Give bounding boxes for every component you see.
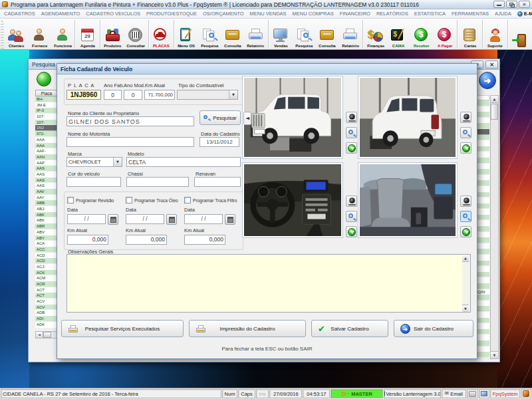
side-grid-row[interactable]: [477, 106, 489, 112]
model-input[interactable]: [126, 157, 241, 167]
side-grid-row[interactable]: [477, 340, 489, 346]
placa-row[interactable]: AAN: [35, 154, 58, 160]
side-grid-row[interactable]: [477, 283, 489, 289]
side-grid-row[interactable]: [477, 180, 489, 186]
load-icon-button[interactable]: [460, 142, 471, 154]
placa-row[interactable]: AAV: [35, 189, 58, 195]
placa-row[interactable]: ADK: [35, 322, 58, 328]
side-grid-row[interactable]: [477, 261, 489, 267]
side-grid-row[interactable]: [477, 346, 489, 352]
ano-fab-input[interactable]: [104, 90, 122, 100]
placa-row[interactable]: IP-0: [35, 108, 58, 114]
placa-row[interactable]: ABJ-: [35, 206, 58, 212]
side-grid-row[interactable]: [477, 152, 489, 158]
km-input[interactable]: 0,000: [67, 235, 108, 245]
side-grid-row[interactable]: [477, 352, 489, 358]
side-grid-row[interactable]: [477, 220, 489, 226]
vscroll-up-arrow-icon[interactable]: ▲: [491, 96, 498, 103]
placa-row[interactable]: ABV: [35, 229, 58, 235]
menu-item-e-mail[interactable]: E-MAIL: [517, 11, 532, 17]
side-grid-row[interactable]: [477, 266, 489, 272]
photo-vehicle-interior[interactable]: [358, 162, 458, 238]
side-grid-row[interactable]: [477, 312, 489, 318]
placa-row[interactable]: AAA: [35, 143, 58, 149]
toolbar-consulta-vendas-button[interactable]: Consulta: [316, 19, 339, 49]
vscroll-down-arrow-icon[interactable]: ▼: [491, 351, 498, 358]
placa-row[interactable]: ADI-: [35, 316, 58, 322]
calendar-button[interactable]: [166, 214, 177, 225]
webcam-icon-button[interactable]: [460, 196, 471, 207]
fuel-combobox[interactable]: ▼: [177, 90, 238, 100]
salvar-cadastro-button[interactable]: ✔Salvar Cadastro: [311, 320, 388, 337]
chassis-input[interactable]: [126, 177, 189, 187]
placa-row[interactable]: ADB: [35, 310, 58, 316]
toolbar-relatorio-os-button[interactable]: Relatório: [244, 19, 267, 49]
menu-item-financeiro[interactable]: FINANCEIRO: [340, 11, 370, 17]
km-input[interactable]: 0,000: [126, 235, 167, 245]
placa-row[interactable]: AAS: [35, 172, 58, 178]
brand-dropdown-icon[interactable]: ▼: [113, 158, 122, 166]
toolbar-pesquisa-vendas-button[interactable]: Pesquisa: [293, 19, 316, 49]
toolbar-menu-os-button[interactable]: Menu OS: [175, 19, 198, 49]
driver-input[interactable]: [66, 137, 194, 147]
menu-item-menu-vendas[interactable]: MENU VENDAS: [250, 11, 287, 17]
menu-item-menu-compras[interactable]: MENU COMPRAS: [293, 11, 334, 17]
placa-row[interactable]: AAS: [35, 178, 58, 184]
placa-row[interactable]: ACD: [35, 253, 58, 259]
placa-row[interactable]: 972-: [35, 131, 58, 137]
menu-item-estatistica[interactable]: ESTATISTICA: [414, 11, 446, 17]
toolbar-agenda-button[interactable]: 29Agenda: [76, 19, 99, 49]
side-grid-row[interactable]: [477, 203, 489, 209]
side-grid-row[interactable]: IQIN: [477, 289, 489, 295]
vscroll-thumb[interactable]: [491, 104, 498, 120]
side-grid-row[interactable]: [477, 175, 489, 181]
toolbar-cartas-button[interactable]: Cartas: [458, 19, 481, 49]
placa-row[interactable]: ABR: [35, 223, 58, 229]
side-grid-row[interactable]: [477, 323, 489, 329]
toolbar-placas-button[interactable]: PLACAS: [150, 19, 173, 49]
side-grid-row[interactable]: [477, 118, 489, 124]
renavan-input[interactable]: [194, 177, 241, 187]
zoom-icon-button[interactable]: [460, 211, 471, 222]
impressao-cadastro-button[interactable]: Impressão do Cadastro: [189, 320, 306, 337]
toolbar-caixa-button[interactable]: $CAIXA: [387, 19, 410, 49]
date-input[interactable]: / /: [126, 214, 164, 224]
close-button[interactable]: ✕: [519, 1, 530, 8]
checkbox[interactable]: [184, 197, 191, 203]
ano-mod-input[interactable]: [124, 90, 142, 100]
placa-row[interactable]: ABK: [35, 212, 58, 218]
load-icon-button[interactable]: [346, 226, 357, 237]
calendar-button[interactable]: [108, 214, 118, 225]
toolbar-consulta-os-button[interactable]: Consulta: [221, 19, 244, 49]
placa-row[interactable]: AAY: [35, 195, 58, 201]
side-grid-row[interactable]: [477, 215, 489, 221]
side-grid-row[interactable]: [477, 164, 489, 170]
photo-vehicle-dashboard[interactable]: [242, 162, 343, 238]
client-input[interactable]: [66, 116, 194, 126]
placa-row[interactable]: JM-E: [35, 102, 58, 108]
placa-row[interactable]: 107-: [35, 120, 58, 126]
placa-row[interactable]: AAS: [35, 166, 58, 172]
toolbar-relatorio-vendas-button[interactable]: Relatório: [338, 19, 362, 49]
color-input[interactable]: [66, 177, 121, 187]
photo-vehicle-rear[interactable]: [358, 76, 458, 159]
brand-combobox[interactable]: CHEVROLET ▼: [66, 157, 122, 167]
sair-cadastro-button[interactable]: ➜Sair do Cadastro: [394, 320, 473, 337]
side-grid-row[interactable]: [477, 129, 489, 135]
placa-row[interactable]: ACR: [35, 281, 58, 287]
checkbox[interactable]: [126, 197, 132, 203]
toolbar-fornecedores-button[interactable]: Fornece: [28, 19, 51, 49]
webcam-icon-button[interactable]: [346, 112, 357, 123]
pesquisa-close-button[interactable]: ✕: [485, 61, 498, 68]
km-input[interactable]: 0,000: [184, 235, 225, 245]
toolbar-consultar-button[interactable]: Consultar: [124, 19, 148, 49]
side-grid-row[interactable]: [477, 100, 489, 106]
hscroll-left-arrow-icon[interactable]: ◄: [36, 332, 43, 338]
side-grid-row[interactable]: [477, 334, 489, 340]
km-input[interactable]: [144, 90, 175, 100]
zoom-icon-button[interactable]: [346, 211, 357, 222]
side-grid-row[interactable]: [477, 329, 489, 335]
side-grid-row[interactable]: [477, 232, 489, 238]
reg-date-input[interactable]: [200, 137, 239, 147]
pesquisa-exit-button[interactable]: ➜: [479, 72, 496, 89]
